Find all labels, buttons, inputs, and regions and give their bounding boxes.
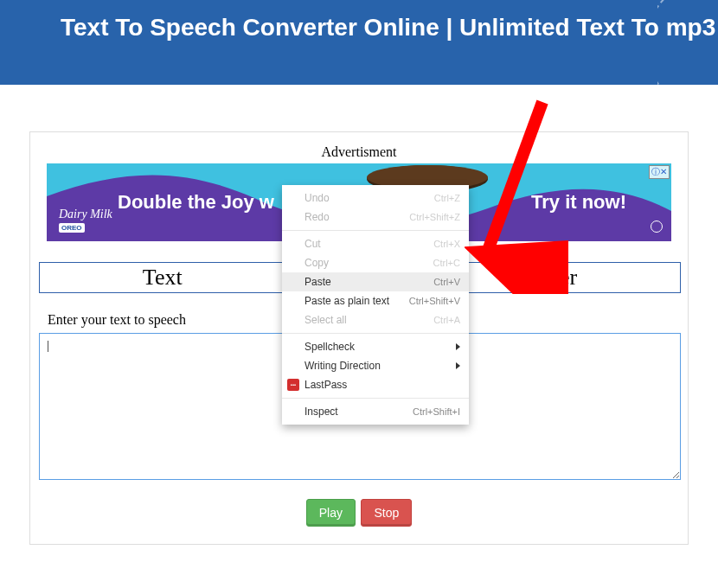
context-menu-item-lastpass[interactable]: LastPass [282, 375, 469, 394]
context-menu-item-label: LastPass [305, 379, 460, 391]
chevron-right-icon [456, 343, 460, 350]
context-menu-shortcut: Ctrl+A [433, 315, 460, 325]
context-menu: UndoCtrl+ZRedoCtrl+Shift+ZCutCtrl+XCopyC… [282, 185, 469, 425]
context-menu-shortcut: Ctrl+V [433, 277, 460, 287]
context-menu-shortcut: Ctrl+Shift+V [409, 296, 460, 306]
context-menu-item-label: Inspect [305, 406, 413, 418]
ad-choices-icon[interactable] [651, 220, 663, 233]
lastpass-icon [287, 379, 299, 391]
context-menu-item-undo: UndoCtrl+Z [282, 189, 469, 208]
context-menu-shortcut: Ctrl+Z [434, 193, 460, 203]
context-menu-shortcut: Ctrl+C [433, 258, 460, 268]
context-menu-item-writing-direction[interactable]: Writing Direction [282, 356, 469, 375]
context-menu-item-spellcheck[interactable]: Spellcheck [282, 337, 469, 356]
context-menu-item-label: Cut [305, 238, 433, 250]
context-menu-item-label: Spellcheck [305, 341, 456, 353]
stop-button[interactable]: Stop [361, 499, 412, 527]
context-menu-item-inspect[interactable]: InspectCtrl+Shift+I [282, 402, 469, 421]
context-menu-item-label: Paste [305, 276, 433, 288]
context-menu-item-paste[interactable]: PasteCtrl+V [282, 272, 469, 291]
context-menu-item-paste-plain[interactable]: Paste as plain textCtrl+Shift+V [282, 291, 469, 310]
context-menu-item-select-all: Select allCtrl+A [282, 310, 469, 329]
page-header: Text To Speech Converter Online | Unlimi… [0, 0, 718, 85]
chevron-right-icon [456, 362, 460, 369]
context-menu-item-label: Copy [305, 257, 433, 269]
context-menu-separator [282, 398, 469, 399]
context-menu-shortcut: Ctrl+Shift+Z [409, 212, 460, 222]
context-menu-item-label: Writing Direction [305, 360, 456, 372]
context-menu-item-cut: CutCtrl+X [282, 234, 469, 253]
ad-brand-logo: Dairy Milk OREO [59, 208, 112, 233]
context-menu-item-label: Undo [305, 192, 434, 204]
context-menu-item-redo: RedoCtrl+Shift+Z [282, 208, 469, 227]
context-menu-shortcut: Ctrl+X [433, 239, 460, 249]
ad-close-button[interactable]: ⓘ✕ [649, 165, 670, 179]
ad-text-left: Double the Joy w [118, 191, 274, 214]
context-menu-item-label: Paste as plain text [305, 295, 409, 307]
button-row: Play Stop [39, 499, 679, 527]
context-menu-item-label: Redo [305, 211, 409, 223]
context-menu-item-copy: CopyCtrl+C [282, 253, 469, 272]
context-menu-item-label: Select all [305, 314, 433, 326]
page-title: Text To Speech Converter Online | Unlimi… [61, 12, 718, 42]
context-menu-shortcut: Ctrl+Shift+I [413, 406, 460, 417]
ad-text-right: Try it now! [531, 191, 626, 214]
play-button[interactable]: Play [306, 499, 356, 527]
context-menu-separator [282, 333, 469, 334]
context-menu-separator [282, 230, 469, 231]
header-decoration [657, 0, 718, 85]
ad-label: Advertisment [39, 144, 679, 160]
